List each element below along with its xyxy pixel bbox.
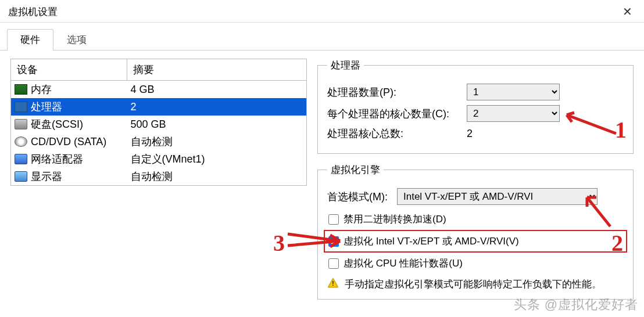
warning-icon: !	[327, 278, 339, 289]
device-name: 硬盘(SCSI)	[31, 118, 83, 130]
col-summary: 摘要	[127, 59, 307, 81]
check-binary-row[interactable]: 禁用二进制转换加速(D)	[327, 210, 624, 229]
memory-icon	[15, 84, 27, 95]
processor-count-label: 处理器数量(P):	[327, 85, 461, 99]
device-name: 网络适配器	[31, 153, 83, 165]
check-binary-label: 禁用二进制转换加速(D)	[344, 212, 446, 226]
svg-text:!: !	[332, 280, 334, 287]
device-row[interactable]: 处理器2	[11, 98, 307, 116]
check-cpu-perf-label: 虚拟化 CPU 性能计数器(U)	[344, 257, 463, 270]
virt-engine-group: 虚拟化引擎 首选模式(M): Intel VT-x/EPT 或 AMD-V/RV…	[317, 163, 634, 300]
close-icon[interactable]: ✕	[619, 5, 636, 19]
device-name: 处理器	[31, 101, 62, 113]
processor-total-value: 2	[467, 128, 560, 140]
device-summary: 自定义(VMnet1)	[127, 150, 307, 168]
check-cpu-perf-row[interactable]: 虚拟化 CPU 性能计数器(U)	[327, 254, 624, 273]
processor-total-label: 处理器核心总数:	[327, 127, 461, 141]
warning-text: 手动指定虚拟化引擎模式可能影响特定工作负载下的性能。	[345, 278, 602, 291]
device-summary: 自动检测	[127, 168, 307, 186]
check-vtx-label: 虚拟化 Intel VT-x/EPT 或 AMD-V/RVI(V)	[344, 235, 519, 248]
device-row[interactable]: CD/DVD (SATA)自动检测	[11, 133, 307, 150]
processor-group: 处理器 处理器数量(P): 1 每个处理器的核心数量(C): 2 处理器核心总数…	[317, 59, 634, 154]
cd-icon	[15, 136, 27, 147]
window-title: 虚拟机设置	[8, 5, 58, 19]
device-table: 设备 摘要 内存4 GB处理器2硬盘(SCSI)500 GBCD/DVD (SA…	[10, 59, 307, 186]
device-summary: 自动检测	[127, 133, 307, 150]
check-binary[interactable]	[328, 214, 339, 225]
processor-count-select[interactable]: 1	[467, 84, 560, 100]
device-row[interactable]: 显示器自动检测	[11, 168, 307, 186]
device-summary: 4 GB	[127, 81, 307, 99]
cpu-icon	[15, 102, 27, 112]
device-row[interactable]: 内存4 GB	[11, 81, 307, 99]
check-vtx-row[interactable]: 虚拟化 Intel VT-x/EPT 或 AMD-V/RVI(V)	[324, 230, 627, 253]
display-icon	[15, 171, 27, 182]
device-row[interactable]: 网络适配器自定义(VMnet1)	[11, 150, 307, 168]
net-icon	[15, 154, 27, 164]
device-name: 内存	[31, 84, 52, 95]
processor-cores-label: 每个处理器的核心数量(C):	[327, 107, 461, 121]
virt-engine-legend: 虚拟化引擎	[327, 163, 384, 176]
preferred-mode-select[interactable]: Intel VT-x/EPT 或 AMD-V/RVI	[397, 188, 598, 205]
check-vtx[interactable]	[328, 236, 339, 247]
disk-icon	[15, 119, 27, 129]
tab-hardware[interactable]: 硬件	[7, 29, 53, 51]
tab-options[interactable]: 选项	[53, 29, 100, 51]
device-name: CD/DVD (SATA)	[31, 136, 106, 147]
device-summary: 500 GB	[127, 116, 307, 133]
device-summary: 2	[127, 98, 307, 116]
device-name: 显示器	[31, 171, 62, 182]
preferred-mode-label: 首选模式(M):	[327, 190, 391, 204]
device-row[interactable]: 硬盘(SCSI)500 GB	[11, 116, 307, 133]
processor-cores-select[interactable]: 2	[467, 105, 560, 122]
watermark: 头条 @虚拟化爱好者	[514, 296, 638, 314]
check-cpu-perf[interactable]	[328, 258, 339, 269]
processor-legend: 处理器	[327, 59, 364, 72]
col-device: 设备	[11, 59, 127, 81]
